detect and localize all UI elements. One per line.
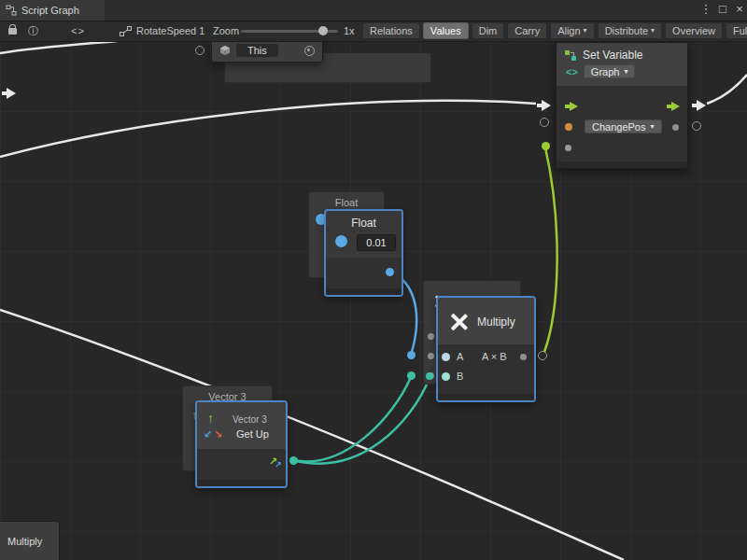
multiply-partial-title: Multiply <box>7 536 42 547</box>
multiply-output-port[interactable] <box>520 354 527 360</box>
cube-icon <box>219 45 231 56</box>
zoom-label: Zoom <box>213 21 239 41</box>
variable-kind-icon: <> <box>566 66 578 77</box>
overview-button[interactable]: Overview <box>665 22 723 39</box>
relations-button[interactable]: Relations <box>362 22 420 39</box>
set-variable-title: Set Variable <box>583 49 642 62</box>
flow-arrow-into-set-variable-icon[interactable] <box>537 100 553 111</box>
multiply-ghost-port-2 <box>428 353 434 359</box>
vector3-node[interactable]: ↑ ↙ ↘ Vector 3 Get Up ↗ ↗ <box>196 401 287 487</box>
caret-down-icon: ▾ <box>624 68 627 76</box>
window-title-bar: Script Graph ⋮ □ × <box>0 0 747 21</box>
dim-button[interactable]: Dim <box>472 22 505 39</box>
this-node-label: This <box>236 44 278 57</box>
multiply-ghost-port-1 <box>428 333 434 340</box>
multiply-title: Multiply <box>477 315 515 329</box>
wire-end-blue-port[interactable] <box>407 351 416 359</box>
set-variable-node[interactable]: Set Variable <> Graph ▾ ChangePos ▾ <box>556 42 688 169</box>
flow-arrow-left-edge-icon[interactable] <box>2 88 18 99</box>
set-variable-right-port[interactable] <box>692 121 701 131</box>
variable-kind-dropdown[interactable]: Graph ▾ <box>584 64 636 78</box>
variable-value-port[interactable] <box>565 145 571 151</box>
vector3-title: Vector 3 <box>233 414 267 425</box>
multiply-input-b-port[interactable] <box>442 372 450 381</box>
variable-output-port[interactable] <box>672 124 679 131</box>
script-graph-icon <box>6 5 17 16</box>
unity-script-graph-window: This Set Variable <> Graph ▾ <box>0 0 747 560</box>
graph-icon <box>120 26 132 36</box>
float-ghost-title: Float <box>309 192 384 208</box>
distribute-dropdown-button[interactable]: Distribute▾ <box>598 22 662 39</box>
float-value-input[interactable] <box>357 234 396 251</box>
close-icon[interactable]: × <box>732 2 747 16</box>
float-node[interactable]: Float <box>325 210 402 296</box>
wire-end-green-port[interactable] <box>542 142 550 150</box>
script-graph-tab[interactable]: Script Graph <box>0 0 105 21</box>
info-icon[interactable]: ⓘ <box>28 21 38 41</box>
zoom-value: 1x <box>344 21 355 41</box>
caret-down-icon: ▾ <box>651 123 655 131</box>
wire-end-teal-port[interactable] <box>407 371 416 380</box>
wire-end-teal-ghost-port[interactable] <box>426 372 433 380</box>
multiply-input-a-port[interactable] <box>442 353 450 361</box>
variable-name-dropdown[interactable]: ChangePos ▾ <box>585 119 662 133</box>
graph-toolbar: ⓘ <> RotateSpeed 1 Zoom 1x Relations Val… <box>0 21 747 42</box>
vector3-operation-label: Get Up <box>236 428 269 440</box>
vector3-ghost-title: Vector 3 <box>183 386 272 402</box>
graph-breadcrumb[interactable]: RotateSpeed 1 <box>120 21 204 41</box>
multiply-result-label: A × B <box>482 351 507 362</box>
float-title: Float <box>326 211 402 230</box>
this-node-left-port[interactable] <box>195 46 204 55</box>
multiply-port-b-label: B <box>457 371 463 382</box>
graph-name: RotateSpeed 1 <box>136 25 204 36</box>
vector3-output-port[interactable] <box>289 456 298 465</box>
zoom-slider-handle[interactable] <box>318 26 328 35</box>
float-type-icon <box>335 235 347 247</box>
window-menu-icon[interactable]: ⋮ <box>698 2 713 16</box>
tab-title: Script Graph <box>21 5 79 16</box>
down-left-arrow-icon: ↙ <box>204 429 212 440</box>
multiply-partial-node[interactable]: Multiply <box>0 521 60 560</box>
set-variable-left-port[interactable] <box>540 118 549 127</box>
up-right-arrow-icon: ↗ <box>275 461 282 469</box>
values-button[interactable]: Values <box>423 22 469 39</box>
code-view-icon[interactable]: <> <box>71 21 85 41</box>
caret-down-icon: ▾ <box>584 27 587 35</box>
up-arrow-icon: ↑ <box>207 412 214 425</box>
carry-button[interactable]: Carry <box>507 22 547 39</box>
caret-down-icon: ▾ <box>651 27 655 35</box>
flow-arrow-out-of-set-variable-icon[interactable] <box>692 100 708 111</box>
set-variable-icon <box>564 49 577 62</box>
this-node-output-port-icon[interactable] <box>304 46 315 56</box>
maximize-icon[interactable]: □ <box>715 2 730 16</box>
flow-input-arrow-icon[interactable] <box>565 102 579 111</box>
multiply-node[interactable]: Multiply A A × B B <box>437 297 535 401</box>
lock-icon[interactable] <box>8 28 17 35</box>
multiply-output-hollow-port[interactable] <box>538 351 547 360</box>
flow-output-arrow-icon[interactable] <box>667 102 681 111</box>
multiply-icon <box>448 312 469 332</box>
multiply-port-a-label: A <box>457 351 463 362</box>
float-output-port[interactable] <box>386 268 394 276</box>
align-dropdown-button[interactable]: Align▾ <box>550 22 594 39</box>
variable-name-port[interactable] <box>565 123 572 131</box>
full-screen-button[interactable]: Full Screen <box>726 22 747 39</box>
down-right-arrow-icon: ↘ <box>214 429 222 440</box>
